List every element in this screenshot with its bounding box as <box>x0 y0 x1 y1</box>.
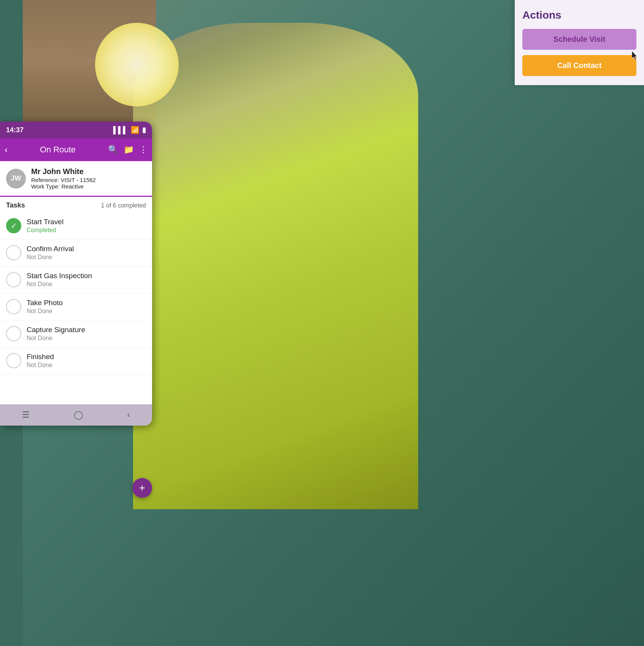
work-type-value: Reactive <box>61 183 83 190</box>
more-vert-icon[interactable]: ⋮ <box>139 145 148 155</box>
avatar: JW <box>6 169 26 188</box>
contact-reference: Reference: VISIT - 11562 <box>31 177 96 183</box>
nav-back-button[interactable]: ‹ <box>5 144 8 155</box>
phone-mockup: 14:37 ▌▌▌ 📶 ▮ ‹ On Route 🔍 📁 ⋮ JW Mr Joh… <box>0 122 152 426</box>
tasks-list: ✓Start TravelCompletedConfirm ArrivalNot… <box>0 212 152 404</box>
contact-info: Mr John White Reference: VISIT - 11562 W… <box>31 167 96 190</box>
task-item-0[interactable]: ✓Start TravelCompleted <box>0 212 152 239</box>
task-circle-1 <box>6 245 21 260</box>
tasks-label: Tasks <box>6 201 25 209</box>
task-status-3: Not Done <box>27 308 63 315</box>
fab-button[interactable]: + <box>132 478 152 498</box>
actions-title: Actions <box>522 9 636 21</box>
bottom-home-icon[interactable]: ◯ <box>74 410 83 420</box>
task-item-5[interactable]: FinishedNot Done <box>0 347 152 374</box>
battery-icon: ▮ <box>142 126 146 134</box>
bottom-menu-icon[interactable]: ☰ <box>22 410 30 420</box>
task-status-2: Not Done <box>27 281 92 288</box>
status-time: 14:37 <box>6 126 24 134</box>
reference-value: VISIT - 11562 <box>61 177 96 183</box>
task-status-5: Not Done <box>27 362 54 369</box>
reference-label: Reference: <box>31 177 59 183</box>
worker-silhouette <box>133 23 418 509</box>
wifi-icon: 📶 <box>131 126 139 134</box>
task-name-3: Take Photo <box>27 299 63 307</box>
task-text-1: Confirm ArrivalNot Done <box>27 245 74 261</box>
task-status-4: Not Done <box>27 335 85 342</box>
task-circle-4 <box>6 326 21 341</box>
status-bar: 14:37 ▌▌▌ 📶 ▮ <box>0 122 152 138</box>
task-circle-2 <box>6 272 21 287</box>
task-item-1[interactable]: Confirm ArrivalNot Done <box>0 239 152 266</box>
bottom-nav: ☰ ◯ ‹ <box>0 404 152 426</box>
contact-work-type: Work Type: Reactive <box>31 183 96 190</box>
task-text-2: Start Gas InspectionNot Done <box>27 272 92 288</box>
task-text-3: Take PhotoNot Done <box>27 299 63 315</box>
task-circle-0: ✓ <box>6 218 21 233</box>
nav-bar: ‹ On Route 🔍 📁 ⋮ <box>0 138 152 161</box>
tasks-header: Tasks 1 of 6 completed <box>0 197 152 212</box>
task-name-2: Start Gas Inspection <box>27 272 92 280</box>
schedule-visit-button[interactable]: Schedule Visit <box>522 29 636 50</box>
tasks-count: 1 of 6 completed <box>101 202 146 209</box>
contact-name: Mr John White <box>31 167 96 176</box>
task-text-5: FinishedNot Done <box>27 353 54 369</box>
call-contact-button[interactable]: Call Contact <box>522 55 636 76</box>
task-status-0: Completed <box>27 227 63 234</box>
task-item-4[interactable]: Capture SignatureNot Done <box>0 320 152 347</box>
folder-icon[interactable]: 📁 <box>124 145 134 155</box>
task-circle-3 <box>6 299 21 314</box>
task-name-4: Capture Signature <box>27 326 85 334</box>
nav-title: On Route <box>8 145 108 155</box>
nav-icons: 🔍 📁 ⋮ <box>108 145 148 155</box>
task-name-5: Finished <box>27 353 54 361</box>
task-circle-5 <box>6 353 21 368</box>
signal-icon: ▌▌▌ <box>113 126 128 134</box>
contact-card: JW Mr John White Reference: VISIT - 1156… <box>0 161 152 197</box>
task-item-3[interactable]: Take PhotoNot Done <box>0 293 152 320</box>
task-name-1: Confirm Arrival <box>27 245 74 253</box>
task-name-0: Start Travel <box>27 218 63 226</box>
check-icon: ✓ <box>11 221 17 230</box>
task-item-2[interactable]: Start Gas InspectionNot Done <box>0 266 152 293</box>
work-type-label: Work Type: <box>31 183 60 190</box>
task-text-4: Capture SignatureNot Done <box>27 326 85 342</box>
search-icon[interactable]: 🔍 <box>108 145 118 155</box>
task-text-0: Start TravelCompleted <box>27 218 63 234</box>
bottom-back-icon[interactable]: ‹ <box>127 410 130 420</box>
status-icons: ▌▌▌ 📶 ▮ <box>113 126 146 134</box>
actions-panel: Actions Schedule Visit Call Contact <box>515 0 644 85</box>
task-status-1: Not Done <box>27 254 74 261</box>
light-circle <box>95 23 179 106</box>
